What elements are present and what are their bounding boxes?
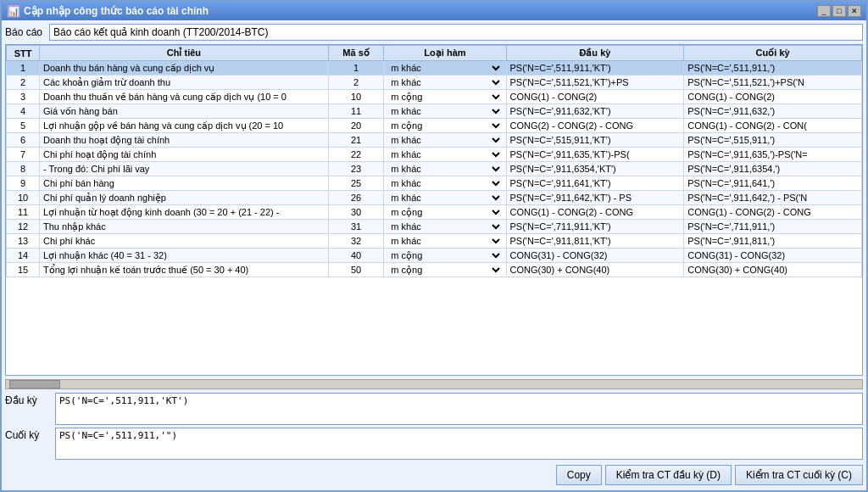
table-row[interactable]: 1 Doanh thu bán hàng và cung cấp dịch vụ…: [7, 61, 862, 75]
table-row[interactable]: 12 Thu nhập khác 31 m khác m cộng m khác…: [7, 220, 862, 234]
table-row[interactable]: 10 Chi phí quản lý doanh nghiệp 26 m khá…: [7, 191, 862, 205]
loaiham-select[interactable]: m khác m cộng m khác: [387, 192, 502, 204]
col-header-chitieu: Chỉ tiêu: [40, 46, 329, 61]
cell-cuoiky: CONG(30) + CONG(40): [684, 263, 862, 277]
cell-loaiham[interactable]: m cộng m cộng m khác: [384, 90, 506, 104]
cell-loaiham[interactable]: m khác m cộng m khác: [384, 220, 506, 234]
check-cuoiky-button[interactable]: Kiểm tra CT cuối kỳ (C): [735, 465, 863, 485]
cell-dauky: PS('N=C=',911,642,'KT') - PS: [506, 191, 684, 205]
cell-loaiham[interactable]: m khác m cộng m khác: [384, 148, 506, 162]
cell-loaiham[interactable]: m cộng m cộng m khác: [384, 263, 506, 277]
loaiham-select[interactable]: m cộng m cộng m khác: [387, 249, 502, 261]
cell-stt: 6: [7, 133, 40, 148]
table-header-row: STT Chỉ tiêu Mã số Loại hàm Đầu kỳ Cuối …: [7, 46, 862, 61]
cell-stt: 15: [7, 263, 40, 277]
cell-maso: 26: [328, 191, 384, 205]
table-row[interactable]: 7 Chi phí hoạt động tài chính 22 m khác …: [7, 148, 862, 162]
loaiham-select[interactable]: m cộng m cộng m khác: [387, 91, 502, 103]
loaiham-select[interactable]: m khác m cộng m khác: [387, 105, 502, 117]
table-row[interactable]: 13 Chi phí khác 32 m khác m cộng m khác …: [7, 234, 862, 249]
loaiham-select[interactable]: m cộng m cộng m khác: [387, 120, 502, 131]
cell-stt: 12: [7, 220, 40, 234]
loaiham-select[interactable]: m cộng m cộng m khác: [387, 264, 502, 276]
cell-chitieu: Tổng lợi nhuận kế toán trước thuế (50 = …: [40, 263, 329, 277]
cell-cuoiky: CONG(1) - CONG(2) - CONG: [684, 205, 862, 220]
cell-loaiham[interactable]: m khác m cộng m khác: [384, 75, 506, 90]
cell-cuoiky: PS('N=C=',911,635,')-PS('N=: [684, 148, 862, 162]
loaiham-select[interactable]: m khác m cộng m khác: [387, 221, 502, 232]
cell-loaiham[interactable]: m khác m cộng m khác: [384, 61, 506, 75]
cell-loaiham[interactable]: m khác m cộng m khác: [384, 133, 506, 148]
bottom-buttons: Copy Kiểm tra CT đầu kỳ (D) Kiểm tra CT …: [5, 463, 863, 487]
cell-chitieu: Giá vốn hàng bán: [40, 104, 329, 119]
cell-loaiham[interactable]: m khác m cộng m khác: [384, 191, 506, 205]
cell-stt: 9: [7, 176, 40, 191]
cell-cuoiky: PS('N=C=',911,632,'): [684, 104, 862, 119]
loaiham-select[interactable]: m khác m cộng m khác: [387, 177, 502, 189]
data-table-container[interactable]: STT Chỉ tiêu Mã số Loại hàm Đầu kỳ Cuối …: [5, 44, 863, 376]
table-row[interactable]: 5 Lợi nhuận gộp về bán hàng và cung cấp …: [7, 119, 862, 133]
check-dauky-button[interactable]: Kiểm tra CT đầu kỳ (D): [605, 465, 732, 485]
cell-maso: 31: [328, 220, 384, 234]
table-row[interactable]: 15 Tổng lợi nhuận kế toán trước thuế (50…: [7, 263, 862, 277]
horizontal-scrollbar[interactable]: [5, 379, 863, 389]
table-row[interactable]: 11 Lợi nhuận từ hoạt động kinh doanh (30…: [7, 205, 862, 220]
cell-stt: 13: [7, 234, 40, 249]
table-row[interactable]: 3 Doanh thu thuần về bán hàng và cung cấ…: [7, 90, 862, 104]
cell-dauky: CONG(1) - CONG(2) - CONG: [506, 205, 684, 220]
loaiham-select[interactable]: m cộng m cộng m khác: [387, 206, 502, 218]
cell-maso: 40: [328, 249, 384, 263]
cell-chitieu: Chi phí khác: [40, 234, 329, 249]
cell-maso: 21: [328, 133, 384, 148]
loaiham-select[interactable]: m khác m cộng m khác: [387, 148, 502, 160]
cell-maso: 25: [328, 176, 384, 191]
cell-stt: 8: [7, 162, 40, 176]
table-row[interactable]: 14 Lợi nhuận khác (40 = 31 - 32) 40 m cộ…: [7, 249, 862, 263]
cell-dauky: CONG(30) + CONG(40): [506, 263, 684, 277]
cell-chitieu: Thu nhập khác: [40, 220, 329, 234]
cell-maso: 2: [328, 75, 384, 90]
cell-loaiham[interactable]: m khác m cộng m khác: [384, 176, 506, 191]
cell-maso: 30: [328, 205, 384, 220]
dauky-formula-input[interactable]: PS('N=C=',511,911,'KT'): [55, 393, 863, 425]
minimize-button[interactable]: _: [817, 5, 831, 17]
window-title: Cập nhập công thức báo cáo tài chính: [24, 5, 209, 17]
loaiham-select[interactable]: m khác m cộng m khác: [387, 134, 502, 146]
cell-stt: 10: [7, 191, 40, 205]
maximize-button[interactable]: □: [832, 5, 846, 17]
dauky-formula-row: Đầu kỳ PS('N=C=',511,911,'KT'): [5, 393, 863, 425]
cell-chitieu: Chi phí quản lý doanh nghiệp: [40, 191, 329, 205]
cell-loaiham[interactable]: m cộng m cộng m khác: [384, 119, 506, 133]
table-row[interactable]: 2 Các khoản giảm trừ doanh thu 2 m khác …: [7, 75, 862, 90]
cell-maso: 23: [328, 162, 384, 176]
cell-dauky: PS('N=C=',911,811,'KT'): [506, 234, 684, 249]
table-row[interactable]: 8 - Trong đó: Chi phí lãi vay 23 m khác …: [7, 162, 862, 176]
title-bar-left: 📊 Cập nhập công thức báo cáo tài chính: [7, 4, 209, 18]
baocao-input[interactable]: [49, 24, 863, 41]
loaiham-select[interactable]: m khác m cộng m khác: [387, 62, 502, 74]
col-header-cuoiky: Cuối kỳ: [684, 46, 862, 61]
cell-dauky: PS('N=C=',911,641,'KT'): [506, 176, 684, 191]
loaiham-select[interactable]: m khác m cộng m khác: [387, 76, 502, 88]
cell-dauky: CONG(1) - CONG(2): [506, 90, 684, 104]
cell-dauky: PS('N=C=',911,632,'KT'): [506, 104, 684, 119]
cuoiky-formula-row: Cuối kỳ PS('N=C=',511,911,'"): [5, 428, 863, 460]
table-row[interactable]: 4 Giá vốn hàng bán 11 m khác m cộng m kh…: [7, 104, 862, 119]
loaiham-select[interactable]: m khác m cộng m khác: [387, 163, 502, 175]
copy-button[interactable]: Copy: [556, 465, 602, 485]
cell-dauky: PS('N=C=',911,6354,'KT'): [506, 162, 684, 176]
cell-loaiham[interactable]: m khác m cộng m khác: [384, 234, 506, 249]
cell-chitieu: Doanh thu hoạt động tài chính: [40, 133, 329, 148]
cell-loaiham[interactable]: m khác m cộng m khác: [384, 162, 506, 176]
cell-cuoiky: PS('N=C=',911,641,'): [684, 176, 862, 191]
close-button[interactable]: ✕: [848, 5, 861, 17]
cuoiky-formula-input[interactable]: PS('N=C=',511,911,'"): [55, 428, 863, 460]
cell-stt: 11: [7, 205, 40, 220]
cell-loaiham[interactable]: m khác m cộng m khác: [384, 104, 506, 119]
cell-loaiham[interactable]: m cộng m cộng m khác: [384, 249, 506, 263]
loaiham-select[interactable]: m khác m cộng m khác: [387, 235, 502, 247]
cell-cuoiky: PS('N=C=',515,911,'): [684, 133, 862, 148]
cell-loaiham[interactable]: m cộng m cộng m khác: [384, 205, 506, 220]
table-row[interactable]: 9 Chi phí bán hàng 25 m khác m cộng m kh…: [7, 176, 862, 191]
table-row[interactable]: 6 Doanh thu hoạt động tài chính 21 m khá…: [7, 133, 862, 148]
